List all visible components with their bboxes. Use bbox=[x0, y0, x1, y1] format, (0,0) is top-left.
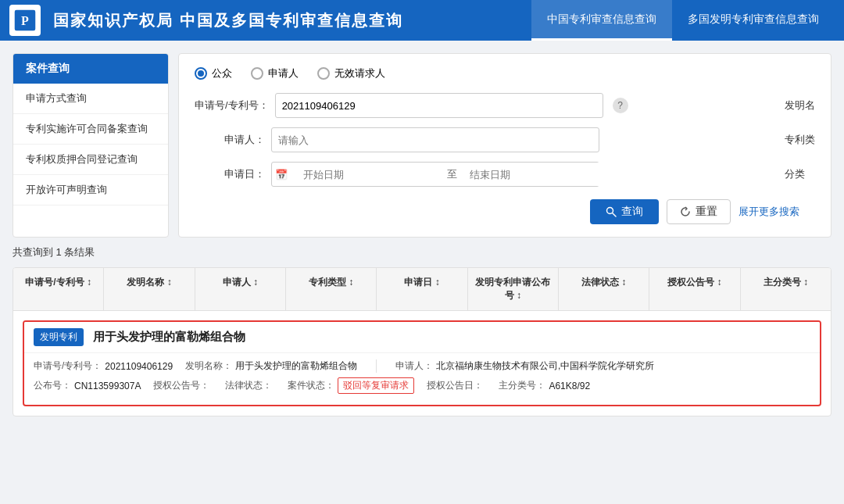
field-legal: 法律状态： bbox=[225, 379, 275, 392]
svg-line-3 bbox=[613, 213, 616, 216]
radio-circle-public bbox=[195, 67, 207, 80]
input-appno[interactable] bbox=[275, 93, 603, 118]
sidebar-header: 案件查询 bbox=[13, 54, 168, 84]
th-mainclass: 主分类号 ↕ bbox=[741, 268, 831, 310]
th-date: 申请日 ↕ bbox=[377, 268, 467, 310]
field-label-title: 发明名称： bbox=[185, 359, 232, 373]
field-mainclass: 主分类号： A61K8/92 bbox=[499, 379, 590, 392]
field-appno: 申请号/专利号： 2021109406129 bbox=[34, 359, 173, 373]
form-row-applicant: 申请人： bbox=[195, 127, 769, 152]
content-area: 案件查询 申请方式查询 专利实施许可合同备案查询 专利权质押合同登记查询 开放许… bbox=[0, 41, 844, 238]
nav-item-multi[interactable]: 多国发明专利审查信息查询 bbox=[672, 0, 835, 41]
sidebar-item-1[interactable]: 专利实施许可合同备案查询 bbox=[13, 114, 168, 145]
th-type: 专利类型 ↕ bbox=[286, 268, 377, 310]
header: P 国家知识产权局 中国及多国专利审查信息查询 中国专利审查信息查询 多国发明专… bbox=[0, 0, 844, 41]
nav-item-china[interactable]: 中国专利审查信息查询 bbox=[531, 0, 672, 41]
patent-type-badge: 发明专利 bbox=[34, 328, 84, 346]
divider bbox=[376, 359, 377, 373]
input-date-end[interactable] bbox=[463, 163, 607, 186]
th-legal: 法律状态 ↕ bbox=[559, 268, 649, 310]
field-authno: 授权公告号： bbox=[153, 379, 213, 392]
field-label-applicant: 申请人： bbox=[395, 359, 433, 373]
field-authdate: 授权公告日： bbox=[427, 379, 486, 392]
result-card-body: 申请号/专利号： 2021109406129 发明名称： 用于头发护理的富勒烯组… bbox=[24, 352, 820, 405]
right-label-invention: 发明名 bbox=[785, 93, 815, 118]
right-label-patent-type: 专利类 bbox=[785, 127, 815, 152]
th-appno: 申请号/专利号 ↕ bbox=[13, 268, 104, 310]
patent-title: 用于头发护理的富勒烯组合物 bbox=[93, 330, 245, 345]
radio-label-applicant: 申请人 bbox=[268, 66, 299, 80]
field-status: 案件状态： 驳回等复审请求 bbox=[288, 377, 414, 394]
radio-circle-applicant bbox=[251, 67, 263, 80]
expand-search-button[interactable]: 展开更多搜索 bbox=[738, 205, 799, 219]
result-row-1: 申请号/专利号： 2021109406129 发明名称： 用于头发护理的富勒烯组… bbox=[34, 359, 810, 373]
radio-public[interactable]: 公众 bbox=[195, 66, 232, 80]
sidebar-item-0[interactable]: 申请方式查询 bbox=[13, 84, 168, 114]
field-value-mainclass: A61K8/92 bbox=[549, 381, 590, 391]
table-area: 申请号/专利号 ↕ 发明名称 ↕ 申请人 ↕ 专利类型 ↕ 申请日 ↕ 发明专利… bbox=[13, 267, 831, 416]
sidebar-item-3[interactable]: 开放许可声明查询 bbox=[13, 175, 168, 206]
right-label-classify: 分类 bbox=[785, 162, 815, 187]
form-row-date: 申请日： 📅 至 bbox=[195, 162, 769, 187]
field-value-title: 用于头发护理的富勒烯组合物 bbox=[235, 359, 357, 373]
field-value-applicant: 北京福纳康生物技术有限公司,中国科学院化学研究所 bbox=[436, 359, 654, 373]
field-label-mainclass: 主分类号： bbox=[499, 379, 545, 392]
date-separator: 至 bbox=[447, 167, 457, 181]
field-title: 发明名称： 用于头发护理的富勒烯组合物 bbox=[185, 359, 357, 373]
input-date-start[interactable] bbox=[297, 163, 441, 186]
th-authno: 授权公告号 ↕ bbox=[649, 268, 740, 310]
field-label-authdate: 授权公告日： bbox=[427, 379, 483, 392]
svg-point-2 bbox=[607, 208, 613, 214]
result-card: 发明专利 用于头发护理的富勒烯组合物 申请号/专利号： 202110940612… bbox=[23, 320, 821, 406]
field-pubno: 公布号： CN113599307A bbox=[34, 379, 141, 392]
field-label-legal: 法律状态： bbox=[225, 379, 272, 392]
radio-label-invalidreq: 无效请求人 bbox=[334, 66, 385, 80]
query-button[interactable]: 查询 bbox=[590, 199, 659, 224]
sidebar-item-2[interactable]: 专利权质押合同登记查询 bbox=[13, 145, 168, 175]
label-appno: 申请号/专利号： bbox=[195, 98, 269, 113]
help-icon[interactable]: ? bbox=[613, 98, 628, 113]
logo-icon: P bbox=[9, 5, 41, 36]
field-label-pubno: 公布号： bbox=[34, 379, 71, 392]
refresh-icon bbox=[680, 206, 691, 217]
header-logo: P bbox=[9, 5, 41, 36]
label-applicant: 申请人： bbox=[195, 133, 265, 147]
field-label-appno: 申请号/专利号： bbox=[34, 359, 102, 373]
field-value-appno: 2021109406129 bbox=[105, 361, 173, 372]
table-header: 申请号/专利号 ↕ 发明名称 ↕ 申请人 ↕ 专利类型 ↕ 申请日 ↕ 发明专利… bbox=[13, 268, 831, 311]
result-row-2: 公布号： CN113599307A 授权公告号： 法律状态： 案件状态： 驳回等… bbox=[34, 377, 810, 394]
radio-invalidreq[interactable]: 无效请求人 bbox=[317, 66, 385, 80]
th-applicant: 申请人 ↕ bbox=[195, 268, 286, 310]
radio-circle-invalidreq bbox=[317, 67, 330, 80]
button-row: 查询 重置 展开更多搜索 bbox=[195, 199, 815, 224]
field-applicant: 申请人： 北京福纳康生物技术有限公司,中国科学院化学研究所 bbox=[395, 359, 654, 373]
th-title: 发明名称 ↕ bbox=[104, 268, 195, 310]
svg-text:P: P bbox=[21, 14, 29, 27]
radio-group: 公众 申请人 无效请求人 bbox=[195, 66, 815, 80]
right-labels: 发明名 专利类 分类 bbox=[785, 93, 815, 196]
status-value: 驳回等复审请求 bbox=[338, 377, 414, 394]
sidebar: 案件查询 申请方式查询 专利实施许可合同备案查询 专利权质押合同登记查询 开放许… bbox=[13, 53, 169, 238]
form-row-appno: 申请号/专利号： ? bbox=[195, 93, 769, 118]
header-nav: 中国专利审查信息查询 多国发明专利审查信息查询 bbox=[531, 0, 835, 41]
search-panel: 公众 申请人 无效请求人 申请号/专利号： ? bbox=[178, 53, 831, 238]
radio-label-public: 公众 bbox=[212, 66, 232, 80]
field-label-authno: 授权公告号： bbox=[153, 379, 209, 392]
input-applicant[interactable] bbox=[271, 127, 599, 152]
result-card-header: 发明专利 用于头发护理的富勒烯组合物 bbox=[24, 322, 820, 352]
reset-button[interactable]: 重置 bbox=[667, 199, 731, 224]
th-pubno: 发明专利申请公布号 ↕ bbox=[468, 268, 559, 310]
radio-applicant[interactable]: 申请人 bbox=[251, 66, 299, 80]
field-value-pubno: CN113599307A bbox=[74, 381, 141, 391]
result-count: 共查询到 1 条结果 bbox=[0, 238, 844, 267]
header-title: 国家知识产权局 中国及多国专利审查信息查询 bbox=[53, 10, 403, 31]
label-date: 申请日： bbox=[195, 167, 265, 181]
field-label-status: 案件状态： bbox=[288, 379, 334, 392]
search-icon bbox=[606, 206, 617, 217]
